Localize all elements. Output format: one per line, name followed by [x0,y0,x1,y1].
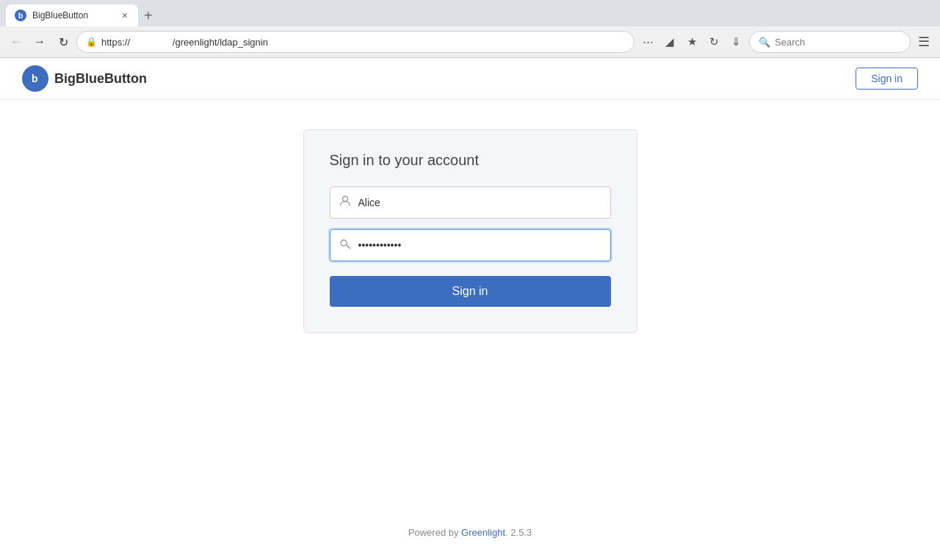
key-icon [339,238,351,252]
logo-text: BigBlueButton [54,71,147,87]
tab-favicon: b [15,10,26,21]
svg-text:b: b [32,73,38,84]
page-content: b BigBlueButton Sign in Sign in to your … [0,58,940,560]
browser-toolbar: ← → ↻ 🔒 ⋯ ◢ ★ ↻ ⇓ 🔍 ☰ [0,26,940,57]
pocket-button[interactable]: ◢ [659,32,680,52]
greenlight-link[interactable]: Greenlight [461,527,505,538]
svg-point-3 [341,240,347,246]
signin-submit-button[interactable]: Sign in [330,276,611,307]
signin-title: Sign in to your account [330,152,611,169]
logo-svg: b [27,70,43,87]
password-input[interactable] [358,239,601,251]
username-input-wrapper [330,186,611,219]
logo-text-full: BigBlueButton [54,71,147,86]
address-input[interactable] [101,37,625,48]
logo-icon: b [22,65,48,92]
download-button[interactable]: ⇓ [726,32,746,52]
signin-card: Sign in to your account [303,129,637,333]
powered-by-text: Powered by [408,527,459,538]
toolbar-icons: ⋯ ◢ ★ ↻ ⇓ [637,32,746,52]
close-tab-button[interactable]: × [120,9,129,22]
active-tab[interactable]: b BigBlueButton × [6,4,138,26]
more-options-button[interactable]: ⋯ [637,32,658,52]
search-bar[interactable]: 🔍 [749,31,911,53]
user-icon [339,195,351,210]
password-group [330,229,611,261]
version-text: . 2.5.3 [505,527,532,538]
lock-icon: 🔒 [86,37,97,47]
navbar-signin-button[interactable]: Sign in [856,68,918,90]
logo-area: b BigBlueButton [22,65,147,92]
browser-menu-button[interactable]: ☰ [914,32,934,52]
address-bar[interactable]: 🔒 [76,31,634,53]
new-tab-button[interactable]: + [138,8,159,23]
password-input-wrapper [330,229,611,261]
tab-bar: b BigBlueButton × + [0,0,940,26]
browser-chrome: b BigBlueButton × + ← → ↻ 🔒 ⋯ ◢ ★ ↻ ⇓ 🔍 … [0,0,940,58]
forward-button[interactable]: → [29,32,50,52]
username-group [330,186,611,219]
search-icon: 🔍 [759,37,770,48]
main-content: Sign in to your account [0,100,940,560]
back-button[interactable]: ← [6,32,26,52]
site-navbar: b BigBlueButton Sign in [0,58,940,100]
svg-point-2 [342,197,347,202]
username-input[interactable] [358,197,601,208]
site-footer: Powered by Greenlight. 2.5.3 [0,512,940,553]
search-input[interactable] [775,37,878,48]
reload-button[interactable]: ↻ [704,32,724,52]
bookmark-button[interactable]: ★ [682,32,702,52]
tab-title: BigBlueButton [32,10,115,21]
refresh-button[interactable]: ↻ [53,32,73,52]
